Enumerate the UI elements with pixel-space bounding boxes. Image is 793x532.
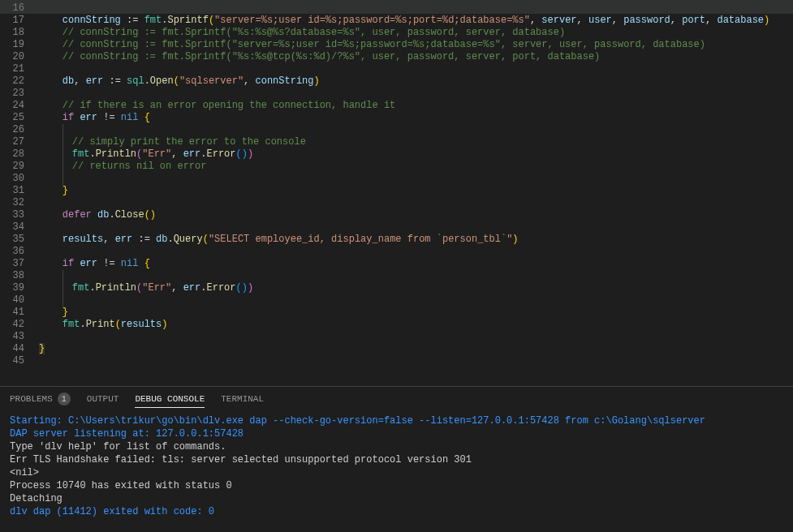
debug-console-output[interactable]: Starting: C:\Users\trikur\go\bin\dlv.exe…: [0, 411, 793, 521]
line-number: 22: [0, 75, 24, 88]
code-editor[interactable]: 16 17 18 19 20 21 22 23 24 25 26 27 28 2…: [0, 0, 793, 386]
code-line[interactable]: fmt.Print(results): [39, 319, 793, 331]
line-number: 40: [0, 294, 24, 307]
line-number: 23: [0, 88, 24, 100]
console-line: Process 10740 has exited with status 0: [10, 479, 783, 492]
code-line[interactable]: if err != nil {: [39, 258, 793, 270]
code-line[interactable]: fmt.Println("Err", err.Error()): [39, 148, 793, 161]
line-number: 20: [0, 51, 24, 63]
line-number: 17: [0, 15, 24, 27]
code-line[interactable]: }: [39, 307, 793, 319]
tab-label: OUTPUT: [87, 394, 119, 404]
line-number: 29: [0, 161, 24, 173]
line-number: 19: [0, 39, 24, 51]
code-line[interactable]: // connString := fmt.Sprintf("%s:%s@%s?d…: [39, 27, 793, 39]
console-line: Detaching: [10, 492, 783, 505]
code-line[interactable]: [39, 270, 793, 282]
code-line[interactable]: [39, 63, 793, 75]
bottom-panel: PROBLEMS 1 OUTPUT DEBUG CONSOLE TERMINAL…: [0, 386, 793, 532]
tab-label: DEBUG CONSOLE: [135, 394, 205, 404]
line-number: 39: [0, 282, 24, 294]
code-line[interactable]: connString := fmt.Sprintf("server=%s;use…: [39, 15, 793, 27]
code-line[interactable]: // if there is an error opening the conn…: [39, 100, 793, 112]
tab-terminal[interactable]: TERMINAL: [221, 394, 264, 407]
line-number: 32: [0, 197, 24, 209]
console-line: Err TLS Handshake failed: tls: server se…: [10, 453, 783, 466]
line-number: 44: [0, 343, 24, 355]
line-number: 24: [0, 100, 24, 112]
tab-label: PROBLEMS: [10, 394, 53, 404]
tab-label: TERMINAL: [221, 394, 264, 404]
current-line-highlight: [0, 0, 793, 14]
code-line[interactable]: [39, 124, 793, 136]
line-number: 43: [0, 331, 24, 343]
code-line[interactable]: [39, 246, 793, 258]
line-number: 21: [0, 63, 24, 75]
code-line[interactable]: }: [39, 185, 793, 197]
line-number: 25: [0, 112, 24, 124]
line-number: 31: [0, 185, 24, 197]
line-number: 33: [0, 209, 24, 221]
line-number-gutter: 16 17 18 19 20 21 22 23 24 25 26 27 28 2…: [0, 0, 36, 386]
console-line: dlv dap (11412) exited with code: 0: [10, 505, 783, 518]
code-line[interactable]: [39, 173, 793, 185]
code-line[interactable]: }: [39, 343, 793, 355]
console-line: <nil>: [10, 466, 783, 479]
code-line[interactable]: [39, 197, 793, 209]
tab-problems[interactable]: PROBLEMS 1: [10, 393, 71, 409]
line-number: 41: [0, 307, 24, 319]
code-line[interactable]: results, err := db.Query("SELECT employe…: [39, 234, 793, 246]
tab-debug-console[interactable]: DEBUG CONSOLE: [135, 394, 205, 408]
console-line: DAP server listening at: 127.0.0.1:57428: [10, 427, 783, 440]
code-line[interactable]: if err != nil {: [39, 112, 793, 124]
console-line: Starting: C:\Users\trikur\go\bin\dlv.exe…: [10, 414, 783, 427]
line-number: 37: [0, 258, 24, 270]
line-number: 35: [0, 234, 24, 246]
code-line[interactable]: db, err := sql.Open("sqlserver", connStr…: [39, 75, 793, 88]
tab-output[interactable]: OUTPUT: [87, 394, 119, 407]
code-line[interactable]: [39, 355, 793, 367]
line-number: 30: [0, 173, 24, 185]
line-number: 42: [0, 319, 24, 331]
code-content[interactable]: connString := fmt.Sprintf("server=%s;use…: [36, 0, 793, 386]
code-line[interactable]: // connString := fmt.Sprintf("%s:%s@tcp(…: [39, 51, 793, 63]
line-number: 18: [0, 27, 24, 39]
code-line[interactable]: [39, 294, 793, 307]
line-number: 38: [0, 270, 24, 282]
code-line[interactable]: fmt.Println("Err", err.Error()): [39, 282, 793, 294]
line-number: 27: [0, 136, 24, 148]
line-number: 28: [0, 148, 24, 161]
code-line[interactable]: [39, 221, 793, 234]
code-line[interactable]: // connString := fmt.Sprintf("server=%s;…: [39, 39, 793, 51]
code-line[interactable]: [39, 331, 793, 343]
line-number: 36: [0, 246, 24, 258]
panel-tabs: PROBLEMS 1 OUTPUT DEBUG CONSOLE TERMINAL: [0, 387, 793, 411]
line-number: 34: [0, 221, 24, 234]
line-number: 45: [0, 355, 24, 367]
problems-count-badge: 1: [58, 393, 71, 405]
code-line[interactable]: defer db.Close(): [39, 209, 793, 221]
code-line[interactable]: [39, 88, 793, 100]
code-line[interactable]: // simply print the error to the console: [39, 136, 793, 148]
console-line: Type 'dlv help' for list of commands.: [10, 440, 783, 453]
line-number: 26: [0, 124, 24, 136]
code-line[interactable]: // returns nil on error: [39, 161, 793, 173]
